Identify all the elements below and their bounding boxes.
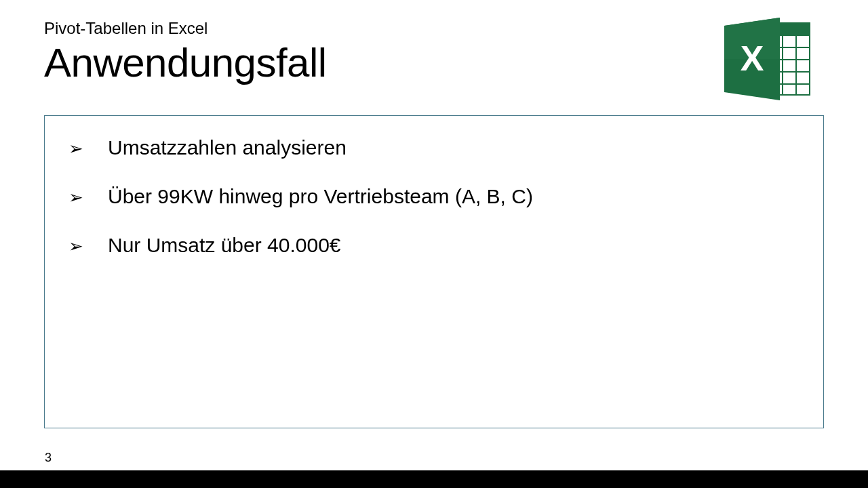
slide-title: Anwendungsfall bbox=[44, 39, 824, 86]
list-item: ➢ Nur Umsatz über 40.000€ bbox=[68, 234, 800, 257]
slide-subtitle: Pivot-Tabellen in Excel bbox=[44, 19, 824, 38]
bullet-list: ➢ Umsatzzahlen analysieren ➢ Über 99KW h… bbox=[68, 136, 800, 257]
list-item: ➢ Umsatzzahlen analysieren bbox=[68, 136, 800, 159]
svg-text:X: X bbox=[741, 39, 764, 78]
bullet-marker-icon: ➢ bbox=[68, 234, 108, 257]
page-number: 3 bbox=[45, 451, 52, 465]
bullet-marker-icon: ➢ bbox=[68, 185, 108, 208]
list-item: ➢ Über 99KW hinweg pro Vertriebsteam (A,… bbox=[68, 185, 800, 208]
slide: Pivot-Tabellen in Excel Anwendungsfall bbox=[0, 0, 868, 488]
bullet-text: Nur Umsatz über 40.000€ bbox=[108, 234, 341, 257]
content-box: ➢ Umsatzzahlen analysieren ➢ Über 99KW h… bbox=[44, 115, 824, 428]
excel-icon: X bbox=[720, 16, 812, 102]
bullet-marker-icon: ➢ bbox=[68, 136, 108, 159]
bullet-text: Über 99KW hinweg pro Vertriebsteam (A, B… bbox=[108, 185, 533, 208]
bottom-bar bbox=[0, 470, 868, 488]
bullet-text: Umsatzzahlen analysieren bbox=[108, 136, 347, 159]
